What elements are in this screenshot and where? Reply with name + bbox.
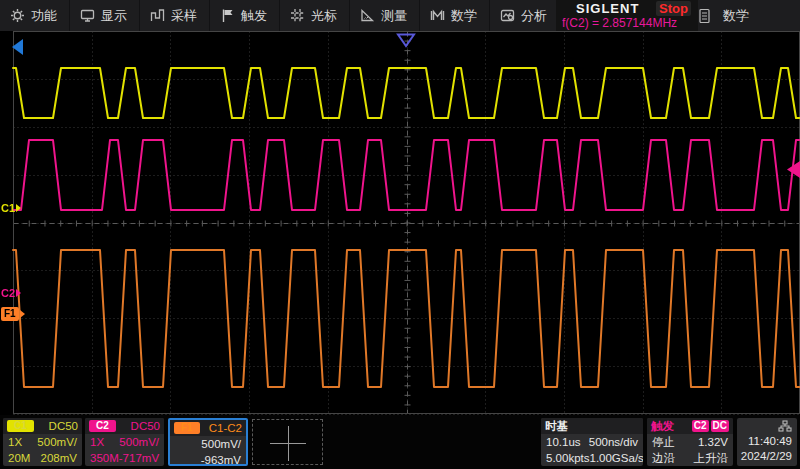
c2-attenuation: 1X (90, 436, 104, 448)
trigger-source-badge: C2 (692, 420, 709, 432)
f1-position-marker[interactable]: F1 (1, 307, 25, 321)
menu-item-math[interactable]: 数学 (420, 0, 490, 31)
trigger-status: 停止 (652, 435, 675, 450)
timebase-delay: 10.1us (546, 436, 581, 448)
acquisition-status-badge[interactable]: Stop (656, 1, 691, 16)
menu-item-label: 采样 (171, 7, 197, 25)
c2-chip: C2 (89, 420, 116, 432)
gear-icon (10, 8, 25, 23)
c2-position-marker[interactable]: C2 (1, 287, 21, 299)
acquire-icon (150, 8, 165, 23)
f1-offset: -963mV (201, 454, 241, 466)
trigger-descriptor[interactable]: 触发 C2 DC 停止 1.32V 边沿 上升沿 (647, 418, 733, 466)
c1-chip: C1 (7, 420, 34, 432)
menu-item-trigger[interactable]: 触发 (210, 0, 280, 31)
c2-position-label: C2 (1, 287, 15, 299)
cursor-icon (290, 8, 305, 23)
math-icon (430, 8, 445, 23)
menu-item-label: 测量 (381, 7, 407, 25)
timebase-descriptor[interactable]: 时基 10.1us 500ns/div 5.00kpts 1.00GSa/s (541, 418, 643, 466)
c1-bandwidth: 20M (8, 452, 30, 464)
status-bar: C1 DC50 1X 500mV/ 20M 208mV C2 DC50 1X 5… (0, 415, 800, 469)
display-icon (80, 8, 95, 23)
clock-time: 11:40:49 (748, 435, 792, 447)
menu-item-label: 触发 (241, 7, 267, 25)
menu-item-analysis[interactable]: 分析 (490, 0, 560, 31)
menu-item-display[interactable]: 显示 (70, 0, 140, 31)
c2-offset: -717mV (119, 452, 159, 464)
add-channel-placeholder[interactable] (252, 419, 323, 465)
c2-bandwidth: 350M (90, 452, 119, 464)
menu-item-acquire[interactable]: 采样 (140, 0, 210, 31)
f1-scale: 500mV/ (201, 438, 241, 450)
c1-scale: 500mV/ (37, 436, 77, 448)
trigger-flag-icon (220, 8, 235, 23)
channel1-descriptor[interactable]: C1 DC50 1X 500mV/ 20M 208mV (3, 418, 82, 466)
active-dialog-label: 数学 (723, 7, 749, 25)
timebase-points: 5.00kpts (546, 452, 589, 464)
measure-icon (360, 8, 375, 23)
f1-expression: C1-C2 (209, 422, 242, 434)
channel2-descriptor[interactable]: C2 DC50 1X 500mV/ 350M -717mV (85, 418, 164, 466)
trigger-delay-arrow[interactable] (12, 39, 24, 55)
menu-item-label: 光标 (311, 7, 337, 25)
panel-list-icon (698, 8, 711, 24)
trigger-type: 边沿 (652, 451, 675, 466)
trigger-title: 触发 (651, 419, 674, 434)
trigger-level: 1.32V (698, 436, 728, 448)
c1-position-marker[interactable]: C1 (1, 202, 21, 214)
datetime-box[interactable]: 11:40:49 2024/2/29 (737, 418, 797, 466)
trigger-position-marker[interactable] (396, 33, 416, 48)
c1-position-label: C1 (1, 202, 15, 214)
c1-attenuation: 1X (8, 436, 22, 448)
siglent-logo: SIGLENT (576, 1, 639, 16)
trigger-coupling-badge: DC (711, 420, 729, 432)
menu-item-function[interactable]: 功能 (0, 0, 70, 31)
clock-date: 2024/2/29 (741, 450, 792, 462)
menu-item-label: 分析 (521, 7, 547, 25)
f1-chip: F1 (174, 422, 200, 434)
menu-item-cursor[interactable]: 光标 (280, 0, 350, 31)
analysis-icon (500, 8, 515, 23)
oscilloscope-screen: 功能 显示 采样 触发 光标 (0, 0, 800, 469)
plus-icon (288, 426, 289, 461)
menu-item-label: 显示 (101, 7, 127, 25)
menu-item-label: 数学 (451, 7, 477, 25)
f1-arrow-icon (20, 310, 25, 318)
frequency-counter-readout: f(C2) = 2.857144MHz (562, 16, 677, 30)
trigger-level-marker[interactable] (787, 161, 800, 178)
menu-item-measure[interactable]: 测量 (350, 0, 420, 31)
math-f1-descriptor[interactable]: F1 C1-C2 500mV/ -963mV (168, 418, 248, 466)
timebase-scale: 500ns/div (589, 436, 638, 448)
trigger-slope: 上升沿 (694, 451, 729, 466)
c1-offset: 208mV (41, 452, 77, 464)
logo-area: SIGLENT Stop f(C2) = 2.857144MHz (556, 0, 698, 31)
lan-icon (778, 420, 792, 432)
timebase-sample-rate: 1.00GSa/s (589, 452, 643, 464)
c1-arrow-icon (16, 204, 21, 212)
timebase-title: 时基 (545, 419, 568, 434)
c2-coupling: DC50 (131, 420, 160, 432)
waveform-display[interactable] (0, 31, 800, 415)
c1-coupling: DC50 (49, 420, 78, 432)
f1-position-label: F1 (1, 307, 19, 321)
c2-scale: 500mV/ (119, 436, 159, 448)
active-dialog-indicator[interactable]: 数学 (698, 0, 800, 31)
c2-arrow-icon (16, 289, 21, 297)
menu-item-label: 功能 (31, 7, 57, 25)
